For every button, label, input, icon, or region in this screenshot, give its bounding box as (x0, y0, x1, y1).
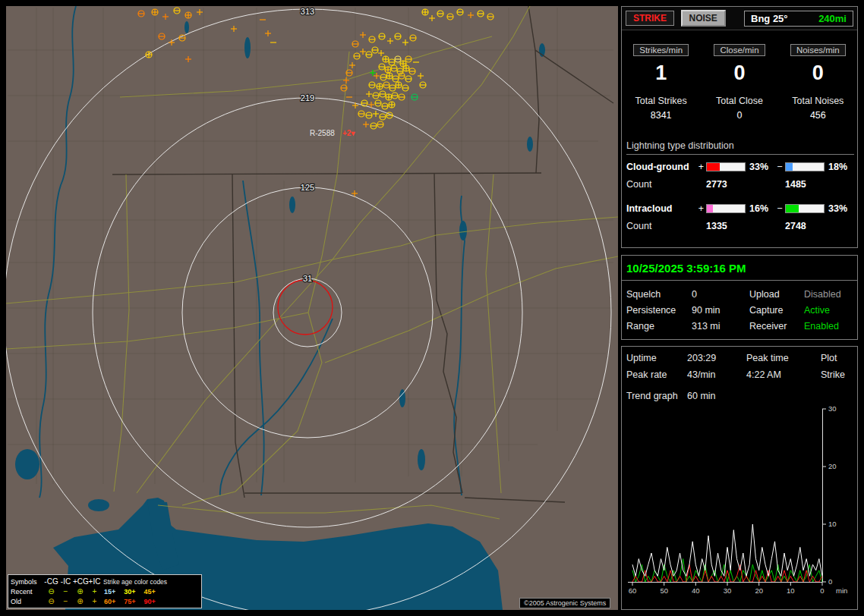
x-tick-50: 50 (660, 586, 668, 595)
trend-graph-row: Trend graph 60 min (622, 380, 857, 401)
uptime-label: Uptime (626, 353, 687, 363)
peak-time-value: 4:22 AM (746, 369, 821, 380)
y-tick-30: 30 (828, 406, 837, 413)
cloud-ground-row: Cloud-ground + 33% − 18% (626, 162, 854, 172)
trend-section: Uptime 203:29 Peak time Plot Peak rate 4… (621, 346, 858, 610)
upload-label: Upload (749, 289, 804, 300)
persistence-label: Persistence (626, 305, 692, 316)
x-axis-unit: min (836, 586, 847, 595)
neg-cg-icon: ⊖ (44, 597, 58, 606)
bearing-range-box: Bng 25° 240mi (744, 11, 853, 27)
strikes-per-min-button[interactable]: Strikes/min (633, 44, 689, 56)
storm-cell-id: R-2588 (310, 129, 335, 137)
cg-negative-bar (785, 162, 825, 171)
ic-negative-count: 2748 (785, 221, 825, 231)
peak-rate-label: Peak rate (626, 369, 687, 380)
noises-per-min-button[interactable]: Noises/min (790, 44, 846, 56)
minus-sign: − (774, 203, 785, 214)
x-tick-40: 40 (692, 586, 700, 595)
totals-row: Total Strikes 8341 Total Close 0 Total N… (622, 96, 857, 121)
storm-cell-trend: +2▾ (342, 129, 355, 137)
close-per-min-button[interactable]: Close/min (714, 44, 765, 56)
receiver-label: Receiver (749, 321, 804, 332)
strike-symbol (146, 52, 152, 58)
map-view[interactable]: 313 219 125 31 R-2588 +2▾ Symbols -CG -I… (6, 6, 618, 610)
squelch-value: 0 (692, 289, 749, 300)
copyright-credit: ©2005 Astrogenic Systems (519, 598, 610, 608)
age-90: 90+ (144, 597, 156, 606)
trend-info-grid: Uptime 203:29 Peak time Plot Peak rate 4… (622, 347, 857, 380)
y-tick-20: 20 (828, 462, 837, 470)
trend-graph-window: 60 min (687, 391, 853, 401)
counters-section: STRIKE NOISE Bng 25° 240mi Strikes/min 1… (621, 6, 858, 248)
strike-symbol (386, 94, 392, 100)
ring-label-31: 31 (303, 274, 312, 283)
plot-label: Plot (821, 353, 853, 363)
x-tick-30: 30 (724, 586, 732, 595)
strike-symbol (185, 12, 191, 18)
neg-cg-icon: ⊖ (44, 587, 58, 596)
cg-positive-count: 2773 (706, 179, 746, 190)
strike-symbol (386, 73, 393, 79)
legend-symbols-title: Symbols (11, 577, 44, 586)
age-45: 45+ (144, 587, 156, 596)
range-value: 313 mi (692, 321, 749, 332)
strike-symbol (385, 67, 391, 73)
y-tick-0: 0 (828, 577, 832, 586)
side-panel: STRIKE NOISE Bng 25° 240mi Strikes/min 1… (621, 6, 858, 610)
trend-graph-label: Trend graph (626, 391, 687, 401)
noise-mode-button[interactable]: NOISE (681, 10, 726, 27)
legend-col-pos-ic: +IC (87, 577, 102, 586)
cloud-ground-label: Cloud-ground (626, 162, 696, 172)
ic-positive-bar (706, 204, 746, 213)
strike-symbol (152, 9, 158, 15)
age-30: 30+ (124, 587, 135, 596)
count-label: Count (626, 221, 696, 231)
rates-row: Strikes/min 1 Close/min 0 Noises/min 0 (622, 44, 857, 85)
close-per-min-value: 0 (700, 61, 778, 85)
receiver-status: Enabled (804, 321, 853, 332)
trend-chart: 30 20 10 0 60 50 40 30 20 10 0 min (623, 406, 857, 604)
pos-cg-icon: ⊕ (73, 597, 87, 606)
strike-mode-button[interactable]: STRIKE (626, 11, 674, 26)
trend-series (632, 524, 822, 582)
mode-header: STRIKE NOISE Bng 25° 240mi (622, 7, 857, 30)
total-close-label: Total Close (700, 96, 778, 106)
ring-label-313: 313 (301, 7, 314, 16)
map-canvas[interactable]: 313 219 125 31 R-2588 +2▾ (6, 6, 618, 610)
ring-label-219: 219 (301, 93, 314, 102)
status-grid: Squelch 0 Upload Disabled Persistence 90… (622, 281, 857, 332)
ic-negative-bar (785, 204, 825, 213)
strike-symbol (422, 9, 428, 15)
age-60: 60+ (104, 597, 115, 606)
x-tick-10: 10 (787, 586, 795, 595)
total-noises-label: Total Noises (779, 96, 857, 106)
pos-ic-icon: + (87, 587, 102, 596)
bearing-value: Bng 25° (751, 13, 788, 24)
ic-positive-count: 1335 (706, 221, 746, 231)
intracloud-row: Intracloud + 16% − 33% (626, 203, 854, 214)
range-badge: 240mi (818, 13, 847, 24)
strike-symbol (377, 83, 383, 90)
strike-symbol (383, 56, 389, 62)
intracloud-label: Intracloud (626, 203, 696, 214)
minus-sign: − (774, 162, 785, 172)
cg-positive-bar (706, 162, 746, 171)
capture-status: Active (804, 305, 853, 316)
neg-ic-icon: − (58, 597, 73, 606)
squelch-label: Squelch (626, 289, 692, 300)
plus-sign: + (696, 203, 706, 214)
legend-age-title: Strike age color codes (102, 577, 199, 586)
ic-positive-pct: 16% (746, 203, 774, 214)
distribution-title: Lightning type distribution (626, 140, 854, 155)
cg-negative-count: 1485 (785, 179, 825, 190)
pos-cg-icon: ⊕ (73, 587, 87, 596)
peak-time-label: Peak time (746, 353, 821, 363)
trend-chart-canvas: 30 20 10 0 60 50 40 30 20 10 0 min (623, 406, 856, 602)
cg-positive-pct: 33% (746, 162, 774, 172)
trend-series-close (632, 564, 822, 582)
strike-symbol (389, 102, 395, 108)
legend-col-neg-ic: -IC (58, 577, 73, 586)
strikes-per-min-value: 1 (622, 61, 700, 85)
total-strikes-value: 8341 (622, 110, 700, 121)
